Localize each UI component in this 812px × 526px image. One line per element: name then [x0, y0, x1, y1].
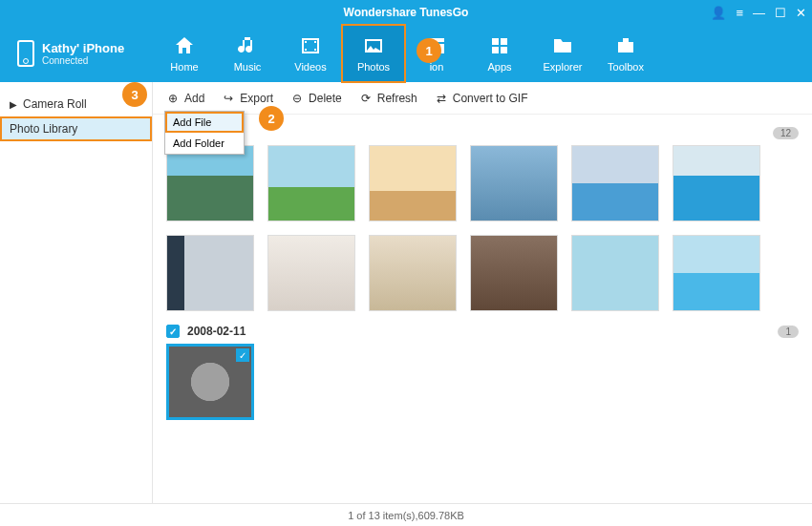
- callout-3: 3: [122, 82, 147, 107]
- photo-thumb[interactable]: [369, 145, 457, 221]
- home-icon: [173, 34, 196, 57]
- photo-thumb[interactable]: [267, 235, 355, 311]
- sidebar-item-label: Photo Library: [10, 122, 77, 136]
- nav-label: Home: [170, 61, 198, 73]
- nav-home[interactable]: Home: [153, 25, 216, 82]
- sidebar-item-label: Camera Roll: [23, 97, 87, 111]
- export-button[interactable]: ↪ Export: [222, 92, 273, 105]
- tool-label: Convert to GIF: [453, 92, 528, 105]
- photo-icon: [362, 34, 385, 57]
- tool-label: Add: [184, 92, 204, 105]
- nav-apps[interactable]: Apps: [468, 25, 531, 82]
- main-nav: Home Music Videos Photos ion Apps Explor…: [153, 25, 657, 82]
- main-panel: ⊕ Add ↪ Export ⊖ Delete ⟳ Refresh ⇄ Conv…: [153, 82, 812, 503]
- video-icon: [299, 34, 322, 57]
- dropdown-add-file[interactable]: Add File: [165, 112, 244, 133]
- window-controls: 👤 ≡ — ☐ ✕: [711, 0, 806, 25]
- photo-thumb-selected[interactable]: ✓: [166, 344, 254, 420]
- photo-thumb[interactable]: [673, 235, 760, 311]
- device-name: Kathy' iPhone: [42, 41, 124, 55]
- photo-thumb[interactable]: [470, 145, 558, 221]
- nav-toolbox[interactable]: Toolbox: [594, 25, 657, 82]
- plus-icon: ⊕: [166, 92, 180, 105]
- dropdown-add-folder[interactable]: Add Folder: [165, 133, 244, 154]
- device-text: Kathy' iPhone Connected: [42, 41, 124, 66]
- toolbar: ⊕ Add ↪ Export ⊖ Delete ⟳ Refresh ⇄ Conv…: [153, 82, 812, 115]
- photo-thumb[interactable]: [571, 235, 659, 311]
- minimize-button[interactable]: —: [753, 6, 765, 20]
- sidebar-item-photo-library[interactable]: Photo Library: [0, 116, 152, 141]
- add-button[interactable]: ⊕ Add: [166, 92, 204, 105]
- photo-thumb[interactable]: [166, 145, 254, 221]
- status-text: 1 of 13 item(s),609.78KB: [348, 510, 464, 521]
- delete-button[interactable]: ⊖ Delete: [290, 92, 342, 105]
- photo-thumb[interactable]: [166, 235, 254, 311]
- export-icon: ↪: [222, 92, 235, 105]
- tool-label: Refresh: [377, 92, 417, 105]
- photo-thumb[interactable]: [267, 145, 355, 221]
- photo-grid-1: [166, 145, 799, 311]
- user-icon[interactable]: 👤: [711, 6, 726, 20]
- photo-thumb[interactable]: [470, 235, 558, 311]
- photo-grid-2: ✓: [166, 344, 799, 420]
- titlebar: Wondershare TunesGo 👤 ≡ — ☐ ✕: [0, 0, 812, 25]
- phone-icon: [17, 40, 34, 67]
- nav-label: Photos: [357, 61, 390, 73]
- header: Kathy' iPhone Connected Home Music Video…: [0, 25, 812, 82]
- close-button[interactable]: ✕: [796, 6, 806, 20]
- minus-icon: ⊖: [290, 92, 304, 105]
- refresh-button[interactable]: ⟳ Refresh: [359, 92, 417, 105]
- photo-thumb[interactable]: [673, 145, 760, 221]
- callout-1: 1: [417, 38, 441, 63]
- toolbox-icon: [614, 34, 637, 57]
- apps-icon: [488, 34, 511, 57]
- nav-label: ion: [430, 61, 444, 73]
- photo-thumb[interactable]: [571, 145, 659, 221]
- photo-thumb[interactable]: [369, 235, 457, 311]
- tool-label: Export: [240, 92, 273, 105]
- group-select[interactable]: ✓ 2008-02-11: [166, 325, 246, 338]
- group-count: 12: [773, 127, 799, 139]
- app-title: Wondershare TunesGo: [344, 6, 469, 19]
- body: ▶ Camera Roll Photo Library ⊕ Add ↪ Expo…: [0, 82, 812, 503]
- nav-label: Apps: [487, 61, 511, 73]
- photo-content: 12 ✓ 2008-02-11 1: [153, 115, 812, 503]
- sidebar: ▶ Camera Roll Photo Library: [0, 82, 153, 503]
- menu-icon[interactable]: ≡: [736, 6, 743, 20]
- nav-photos[interactable]: Photos: [342, 25, 405, 82]
- group-count: 1: [778, 326, 799, 338]
- group-header-1: 12: [166, 126, 799, 139]
- check-icon: ✓: [236, 348, 249, 362]
- device-block[interactable]: Kathy' iPhone Connected: [0, 40, 153, 67]
- convert-gif-button[interactable]: ⇄ Convert to GIF: [435, 92, 528, 105]
- nav-label: Toolbox: [608, 61, 644, 73]
- swap-icon: ⇄: [435, 92, 448, 105]
- nav-videos[interactable]: Videos: [279, 25, 342, 82]
- tool-label: Delete: [309, 92, 342, 105]
- nav-label: Explorer: [544, 61, 583, 73]
- nav-label: Videos: [294, 61, 326, 73]
- maximize-button[interactable]: ☐: [775, 6, 786, 20]
- folder-icon: [551, 34, 574, 57]
- group-header-2: ✓ 2008-02-11 1: [166, 325, 799, 338]
- chevron-right-icon: ▶: [10, 99, 17, 110]
- music-icon: [236, 34, 259, 57]
- device-status: Connected: [42, 55, 124, 66]
- nav-label: Music: [234, 61, 262, 73]
- status-bar: 1 of 13 item(s),609.78KB: [0, 503, 812, 526]
- nav-explorer[interactable]: Explorer: [531, 25, 594, 82]
- callout-2: 2: [259, 106, 284, 131]
- refresh-icon: ⟳: [359, 92, 373, 105]
- group-date: 2008-02-11: [187, 325, 246, 338]
- nav-music[interactable]: Music: [216, 25, 279, 82]
- add-dropdown: Add File Add Folder: [164, 111, 245, 155]
- checkbox-checked[interactable]: ✓: [166, 325, 180, 338]
